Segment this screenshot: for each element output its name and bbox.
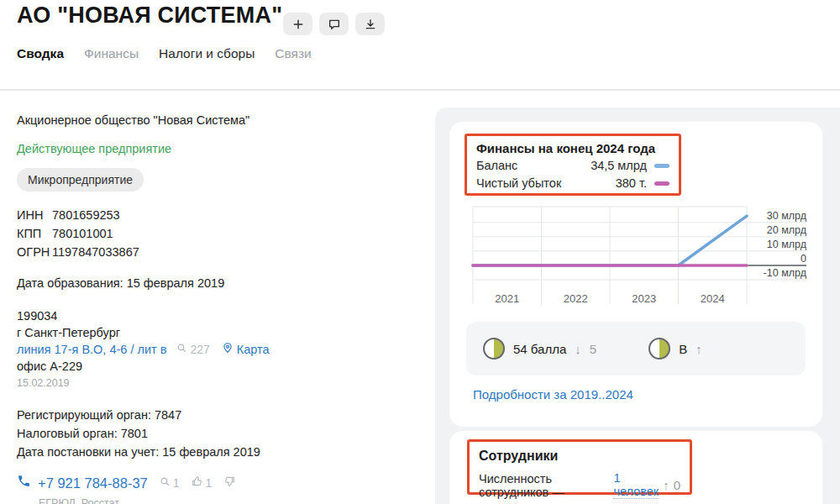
phone-icon bbox=[17, 474, 31, 492]
kpp-label: КПП bbox=[17, 226, 52, 242]
finance-card: Финансы на конец 2024 года Баланс 34,5 м… bbox=[449, 122, 822, 427]
thumb-down-icon bbox=[223, 475, 235, 491]
registering-organ: Регистрирующий орган: 7847 bbox=[17, 406, 420, 424]
postal-code: 199034 bbox=[17, 307, 420, 324]
company-summary: Акционерное общество "Новая Система" Дей… bbox=[17, 105, 420, 504]
finance-card-title: Финансы на конец 2024 года bbox=[476, 140, 669, 157]
phone-source: ЕГРЮЛ, Росстат bbox=[39, 495, 420, 504]
search-icon bbox=[160, 475, 171, 491]
finance-details-link[interactable]: Подробности за 2019..2024 bbox=[473, 387, 633, 402]
net-loss-legend-dash bbox=[654, 181, 669, 186]
ogrn-value: 1197847033867 bbox=[52, 244, 420, 260]
svg-text:10 млрд: 10 млрд bbox=[767, 239, 807, 250]
company-status: Действующее предприятие bbox=[17, 140, 420, 157]
rating-trend-arrow: ↑ bbox=[696, 342, 702, 356]
tab-svodka[interactable]: Сводка bbox=[17, 46, 64, 61]
registration-date: Дата постановки на учет: 15 февраля 2019 bbox=[17, 443, 420, 461]
company-full-name: Акционерное общество "Новая Система" bbox=[17, 112, 420, 129]
page-title: АО "НОВАЯ СИСТЕМА" bbox=[17, 3, 282, 29]
score-panel: 54 балла ↓ 5 B ↑ bbox=[466, 322, 806, 375]
svg-text:0: 0 bbox=[801, 253, 806, 265]
rating-gauge-icon bbox=[648, 338, 670, 360]
map-pin-icon bbox=[222, 341, 234, 358]
svg-text:2023: 2023 bbox=[632, 292, 656, 305]
address-block: 199034 г Санкт-Петербург линия 17-я В.О,… bbox=[17, 307, 420, 391]
street-link[interactable]: линия 17-я В.О, 4-6 / лит в bbox=[17, 341, 166, 358]
net-loss-metric: Чистый убыток 380 т. bbox=[476, 175, 669, 192]
download-icon bbox=[364, 18, 377, 31]
tab-svyazi[interactable]: Связи bbox=[275, 46, 311, 61]
plus-icon bbox=[291, 18, 305, 31]
add-button[interactable] bbox=[283, 13, 312, 35]
kpp-value: 780101001 bbox=[52, 226, 420, 242]
formation-date: Дата образования: 15 февраля 2019 bbox=[17, 275, 420, 291]
svg-text:2022: 2022 bbox=[564, 292, 588, 305]
employees-trend-arrow: ↑ bbox=[663, 478, 669, 492]
employees-row: Численность сотрудников — 1 человек ↑ 0 bbox=[479, 471, 680, 499]
header-divider bbox=[0, 89, 840, 91]
address-views: 227 bbox=[176, 341, 209, 358]
thumb-up-icon bbox=[192, 475, 203, 491]
tab-bar: Сводка Финансы Налоги и сборы Связи bbox=[17, 46, 312, 61]
header-actions bbox=[283, 13, 385, 35]
download-button[interactable] bbox=[355, 13, 385, 35]
phone-dislike-button[interactable] bbox=[223, 475, 235, 491]
ogrn-label: ОГРН bbox=[17, 244, 52, 260]
score-trend-arrow: ↓ bbox=[575, 342, 581, 356]
phone-row: +7 921 784-88-37 1 1 bbox=[17, 474, 420, 492]
requisites: ИНН 7801659253 КПП 780101001 ОГРН 119784… bbox=[17, 207, 420, 260]
svg-text:-10 млрд: -10 млрд bbox=[764, 267, 807, 279]
employees-highlight-box: Сотрудники Численность сотрудников — 1 ч… bbox=[467, 439, 692, 495]
balance-metric: Баланс 34,5 млрд bbox=[476, 157, 669, 175]
finance-highlight-box: Финансы на конец 2024 года Баланс 34,5 м… bbox=[465, 134, 681, 196]
phone-number-link[interactable]: +7 921 784-88-37 bbox=[38, 475, 148, 491]
inn-label: ИНН bbox=[17, 207, 52, 223]
rating-score: B ↑ bbox=[648, 338, 702, 360]
city: г Санкт-Петербург bbox=[17, 324, 420, 341]
employees-count-link[interactable]: 1 человек bbox=[613, 471, 659, 499]
search-icon bbox=[176, 341, 187, 358]
organs-block: Регистрирующий орган: 7847 Налоговый орг… bbox=[17, 406, 420, 461]
company-size-badge: Микропредприятие bbox=[17, 168, 144, 192]
comment-icon bbox=[328, 18, 341, 31]
inn-value: 7801659253 bbox=[52, 207, 420, 223]
tab-nalogi[interactable]: Налоги и сборы bbox=[159, 46, 255, 61]
tax-organ: Налоговый орган: 7801 bbox=[17, 424, 420, 443]
employees-card-title: Сотрудники bbox=[479, 449, 680, 464]
reliability-score: 54 балла ↓ 5 bbox=[483, 338, 596, 360]
svg-text:20 млрд: 20 млрд bbox=[767, 224, 807, 236]
comment-button[interactable] bbox=[319, 13, 349, 35]
phone-search-count: 1 bbox=[160, 475, 180, 491]
right-panel: Финансы на конец 2024 года Баланс 34,5 м… bbox=[435, 108, 840, 504]
finance-chart: 30 млрд20 млрд10 млрд0-10 млрд2021202220… bbox=[466, 202, 811, 315]
employees-card: Сотрудники Численность сотрудников — 1 ч… bbox=[449, 431, 822, 504]
address-date: 15.02.2019 bbox=[17, 375, 420, 391]
svg-text:2021: 2021 bbox=[495, 292, 519, 305]
phone-like-button[interactable]: 1 bbox=[192, 475, 213, 491]
tab-finansy[interactable]: Финансы bbox=[84, 46, 139, 61]
balance-legend-dash bbox=[654, 164, 669, 168]
score-gauge-icon bbox=[483, 338, 505, 360]
svg-text:2024: 2024 bbox=[701, 292, 725, 305]
svg-text:30 млрд: 30 млрд bbox=[767, 210, 807, 222]
office: офис А-229 bbox=[17, 358, 420, 375]
map-link[interactable]: Карта bbox=[222, 341, 270, 358]
